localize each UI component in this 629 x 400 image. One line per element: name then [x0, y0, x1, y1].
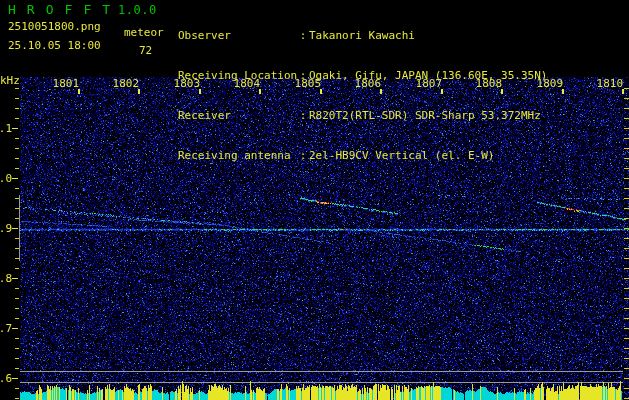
info-colon: : [297, 109, 309, 122]
app-version: 1.0.0 [118, 3, 157, 17]
mode-label: meteor [124, 26, 164, 39]
info-row-location: Receiving Location:Ogaki, Gifu, JAPAN (1… [178, 69, 547, 82]
hrofft-output-window: H R O F F T 1.0.0 2510051800.png meteor … [0, 0, 629, 400]
output-filename: 2510051800.png [8, 20, 101, 33]
info-colon: : [297, 69, 309, 82]
info-value: R820T2(RTL-SDR) SDR-Sharp 53.372MHz [309, 109, 541, 122]
info-label: Receiving antenna [178, 149, 297, 162]
info-colon: : [297, 29, 309, 42]
info-label: Receiver [178, 109, 297, 122]
info-row-antenna: Receiving antenna:2el-HB9CV Vertical (el… [178, 149, 547, 162]
info-value: Ogaki, Gifu, JAPAN (136.60E, 35.35N) [309, 69, 547, 82]
info-row-receiver: Receiver:R820T2(RTL-SDR) SDR-Sharp 53.37… [178, 109, 547, 122]
info-row-observer: Observer:Takanori Kawachi [178, 29, 547, 42]
info-label: Observer [178, 29, 297, 42]
app-title: H R O F F T [8, 2, 112, 17]
meteor-count: 72 [139, 44, 152, 57]
info-value: Takanori Kawachi [309, 29, 415, 42]
info-value: 2el-HB9CV Vertical (el. E-W) [309, 149, 494, 162]
info-label: Receiving Location [178, 69, 297, 82]
observer-info-block: Observer:Takanori Kawachi Receiving Loca… [178, 2, 547, 190]
info-colon: : [297, 149, 309, 162]
observation-datetime: 25.10.05 18:00 [8, 39, 101, 52]
